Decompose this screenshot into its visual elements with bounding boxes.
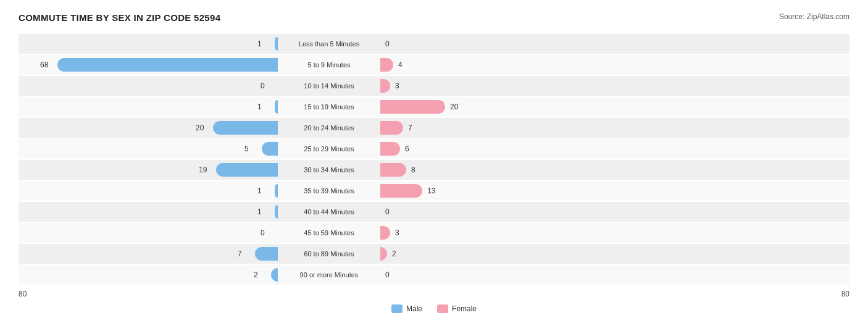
bar-label: 10 to 14 Minutes (278, 82, 380, 90)
chart-container: COMMUTE TIME BY SEX IN ZIP CODE 52594 So… (19, 12, 849, 313)
bar-label: 30 to 34 Minutes (278, 166, 380, 174)
male-bar (213, 121, 278, 135)
bar-row: 1 35 to 39 Minutes 13 (19, 181, 849, 201)
male-bar (255, 247, 278, 261)
female-legend-color (437, 304, 448, 313)
bar-label: 5 to 9 Minutes (278, 61, 380, 69)
bar-row: 1 15 to 19 Minutes 20 (19, 97, 849, 117)
bar-row: 2 90 or more Minutes 0 (19, 265, 849, 285)
male-bar (262, 142, 278, 156)
male-legend-color (391, 304, 403, 313)
axis-left: 80 (19, 290, 27, 298)
bar-label: 40 to 44 Minutes (278, 208, 380, 216)
bar-label: 45 to 59 Minutes (278, 229, 380, 237)
legend-male: Male (391, 304, 422, 313)
legend-row: Male Female (19, 304, 849, 313)
female-value: 4 (398, 61, 658, 69)
axis-right: 80 (841, 290, 849, 298)
bar-row: 1 40 to 44 Minutes 0 (19, 202, 849, 222)
female-legend-label: Female (452, 304, 477, 313)
male-value: 1 (257, 103, 262, 111)
chart-area: 1 Less than 5 Minutes 0 68 5 to 9 Minute… (19, 34, 849, 285)
male-value: 0 (261, 82, 265, 90)
male-value: 19 (199, 166, 207, 174)
female-bar (380, 142, 400, 156)
male-legend-label: Male (406, 304, 422, 313)
male-value: 1 (257, 187, 262, 195)
male-bar (271, 268, 278, 282)
female-bar (380, 58, 393, 72)
female-value: 3 (395, 229, 658, 237)
female-value: 20 (450, 103, 658, 111)
female-value: 6 (405, 145, 658, 153)
chart-title: COMMUTE TIME BY SEX IN ZIP CODE 52594 (19, 12, 220, 23)
female-value: 0 (385, 271, 658, 279)
male-bar (57, 58, 278, 72)
source-label: Source: ZipAtlas.com (779, 12, 849, 21)
female-value: 0 (385, 40, 658, 48)
female-bar (380, 79, 390, 93)
male-value: 20 (196, 124, 204, 132)
bar-label: 25 to 29 Minutes (278, 145, 380, 153)
bar-row: 0 10 to 14 Minutes 3 (19, 76, 849, 96)
female-value: 7 (408, 124, 658, 132)
bar-label: Less than 5 Minutes (278, 40, 380, 48)
female-bar (380, 163, 406, 177)
male-value: 5 (244, 145, 249, 153)
bar-row: 20 20 to 24 Minutes 7 (19, 118, 849, 138)
female-bar (380, 226, 390, 240)
female-bar (380, 121, 403, 135)
male-bar (216, 163, 278, 177)
male-value: 0 (261, 229, 265, 237)
bar-row: 7 60 to 89 Minutes 2 (19, 244, 849, 264)
male-value: 7 (238, 250, 242, 258)
female-value: 3 (395, 82, 658, 90)
female-bar (380, 100, 445, 114)
female-value: 2 (392, 250, 658, 258)
bar-row: 0 45 to 59 Minutes 3 (19, 223, 849, 243)
axis-row: 80 80 (19, 290, 849, 298)
female-value: 13 (427, 187, 658, 195)
bar-label: 35 to 39 Minutes (278, 187, 380, 195)
bar-row: 1 Less than 5 Minutes 0 (19, 34, 849, 54)
female-bar (380, 247, 387, 261)
male-value: 68 (40, 61, 48, 69)
male-value: 2 (254, 271, 258, 279)
bar-label: 90 or more Minutes (278, 271, 380, 279)
female-value: 0 (385, 208, 658, 216)
legend-female: Female (437, 304, 477, 313)
female-bar (380, 184, 422, 198)
bar-label: 60 to 89 Minutes (278, 250, 380, 258)
bar-label: 15 to 19 Minutes (278, 103, 380, 111)
bar-label: 20 to 24 Minutes (278, 124, 380, 132)
bar-row: 19 30 to 34 Minutes 8 (19, 160, 849, 180)
male-value: 1 (257, 208, 262, 216)
male-value: 1 (257, 40, 262, 48)
bar-row: 68 5 to 9 Minutes 4 (19, 55, 849, 75)
female-value: 8 (411, 166, 658, 174)
bar-row: 5 25 to 29 Minutes 6 (19, 139, 849, 159)
